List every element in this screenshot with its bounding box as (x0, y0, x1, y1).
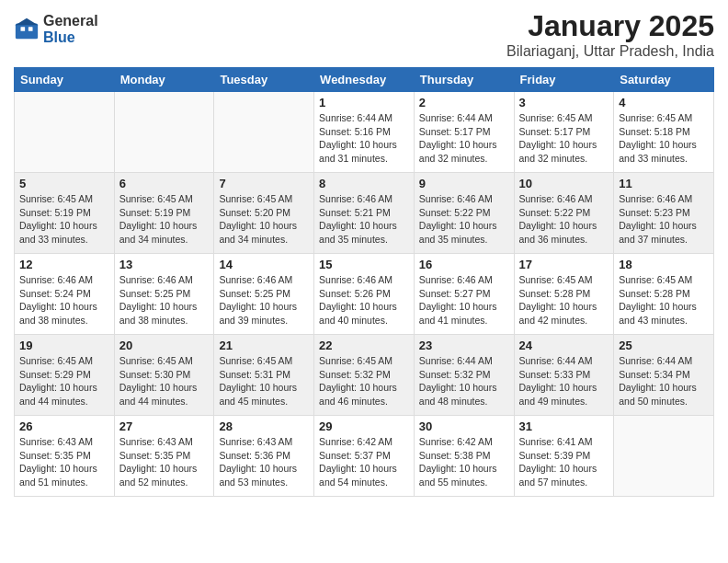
day-number: 20 (119, 339, 210, 352)
day-info: Sunrise: 6:44 AM Sunset: 5:34 PM Dayligh… (619, 354, 709, 408)
day-cell-26: 26Sunrise: 6:43 AM Sunset: 5:35 PM Dayli… (15, 416, 115, 497)
day-number: 6 (119, 177, 210, 190)
day-cell-30: 30Sunrise: 6:42 AM Sunset: 5:38 PM Dayli… (414, 416, 514, 497)
day-cell-12: 12Sunrise: 6:46 AM Sunset: 5:24 PM Dayli… (15, 254, 115, 335)
day-number: 26 (19, 419, 109, 433)
calendar-subtitle: Bilariaganj, Uttar Pradesh, India (506, 43, 714, 60)
day-info: Sunrise: 6:45 AM Sunset: 5:29 PM Dayligh… (19, 354, 109, 408)
day-cell-9: 9Sunrise: 6:46 AM Sunset: 5:22 PM Daylig… (414, 173, 514, 254)
header: General Blue January 2025 Bilariaganj, U… (14, 9, 714, 60)
day-cell-31: 31Sunrise: 6:41 AM Sunset: 5:39 PM Dayli… (514, 416, 614, 497)
day-cell-25: 25Sunrise: 6:44 AM Sunset: 5:34 PM Dayli… (614, 335, 714, 416)
day-info: Sunrise: 6:46 AM Sunset: 5:21 PM Dayligh… (319, 192, 409, 247)
day-cell-2: 2Sunrise: 6:44 AM Sunset: 5:17 PM Daylig… (414, 92, 514, 173)
day-number: 23 (419, 339, 509, 352)
day-cell-11: 11Sunrise: 6:46 AM Sunset: 5:23 PM Dayli… (614, 173, 714, 254)
day-number: 11 (619, 177, 709, 190)
day-number: 17 (519, 258, 609, 271)
day-number: 7 (219, 177, 309, 190)
logo: General Blue (14, 13, 98, 45)
day-cell-29: 29Sunrise: 6:42 AM Sunset: 5:37 PM Dayli… (314, 416, 415, 497)
day-number: 3 (519, 96, 609, 109)
empty-cell (214, 92, 314, 173)
weekday-header-tuesday: Tuesday (214, 68, 314, 92)
day-info: Sunrise: 6:46 AM Sunset: 5:23 PM Dayligh… (619, 192, 709, 247)
week-row-4: 19Sunrise: 6:45 AM Sunset: 5:29 PM Dayli… (15, 335, 714, 416)
day-cell-22: 22Sunrise: 6:45 AM Sunset: 5:32 PM Dayli… (314, 335, 415, 416)
day-info: Sunrise: 6:43 AM Sunset: 5:35 PM Dayligh… (119, 435, 210, 489)
day-number: 22 (319, 339, 409, 352)
calendar-title: January 2025 (506, 9, 714, 43)
svg-rect-0 (16, 23, 38, 39)
day-number: 19 (19, 339, 109, 352)
day-number: 5 (19, 177, 109, 190)
day-number: 29 (319, 419, 409, 433)
day-info: Sunrise: 6:45 AM Sunset: 5:18 PM Dayligh… (619, 111, 709, 166)
day-cell-16: 16Sunrise: 6:46 AM Sunset: 5:27 PM Dayli… (414, 254, 514, 335)
day-number: 16 (419, 258, 509, 271)
day-number: 12 (19, 258, 109, 271)
logo-general-text: General (43, 13, 98, 29)
day-info: Sunrise: 6:45 AM Sunset: 5:28 PM Dayligh… (519, 273, 609, 327)
day-info: Sunrise: 6:46 AM Sunset: 5:24 PM Dayligh… (19, 273, 109, 327)
day-info: Sunrise: 6:46 AM Sunset: 5:22 PM Dayligh… (519, 192, 609, 247)
day-cell-6: 6Sunrise: 6:45 AM Sunset: 5:19 PM Daylig… (114, 173, 214, 254)
svg-marker-1 (16, 17, 38, 24)
day-info: Sunrise: 6:44 AM Sunset: 5:32 PM Dayligh… (419, 354, 509, 408)
day-number: 24 (519, 339, 609, 352)
day-cell-8: 8Sunrise: 6:46 AM Sunset: 5:21 PM Daylig… (314, 173, 415, 254)
day-number: 4 (619, 96, 709, 109)
day-number: 31 (519, 419, 609, 433)
week-row-1: 1Sunrise: 6:44 AM Sunset: 5:16 PM Daylig… (15, 92, 714, 173)
week-row-5: 26Sunrise: 6:43 AM Sunset: 5:35 PM Dayli… (15, 416, 714, 497)
empty-cell (114, 92, 214, 173)
weekday-header-friday: Friday (514, 68, 614, 92)
day-cell-27: 27Sunrise: 6:43 AM Sunset: 5:35 PM Dayli… (114, 416, 214, 497)
day-info: Sunrise: 6:42 AM Sunset: 5:38 PM Dayligh… (419, 435, 509, 489)
day-info: Sunrise: 6:42 AM Sunset: 5:37 PM Dayligh… (319, 435, 409, 489)
day-info: Sunrise: 6:41 AM Sunset: 5:39 PM Dayligh… (519, 435, 609, 489)
day-number: 2 (419, 96, 509, 109)
day-cell-15: 15Sunrise: 6:46 AM Sunset: 5:26 PM Dayli… (314, 254, 415, 335)
empty-cell (15, 92, 115, 173)
day-info: Sunrise: 6:45 AM Sunset: 5:30 PM Dayligh… (119, 354, 210, 408)
day-number: 13 (119, 258, 210, 271)
day-cell-1: 1Sunrise: 6:44 AM Sunset: 5:16 PM Daylig… (314, 92, 415, 173)
day-number: 9 (419, 177, 509, 190)
day-cell-20: 20Sunrise: 6:45 AM Sunset: 5:30 PM Dayli… (114, 335, 214, 416)
day-number: 21 (219, 339, 309, 352)
week-row-3: 12Sunrise: 6:46 AM Sunset: 5:24 PM Dayli… (15, 254, 714, 335)
day-cell-18: 18Sunrise: 6:45 AM Sunset: 5:28 PM Dayli… (614, 254, 714, 335)
day-info: Sunrise: 6:45 AM Sunset: 5:17 PM Dayligh… (519, 111, 609, 166)
day-number: 27 (119, 419, 210, 433)
day-cell-21: 21Sunrise: 6:45 AM Sunset: 5:31 PM Dayli… (214, 335, 314, 416)
day-number: 8 (319, 177, 409, 190)
day-info: Sunrise: 6:45 AM Sunset: 5:19 PM Dayligh… (119, 192, 210, 247)
day-cell-13: 13Sunrise: 6:46 AM Sunset: 5:25 PM Dayli… (114, 254, 214, 335)
day-info: Sunrise: 6:43 AM Sunset: 5:35 PM Dayligh… (19, 435, 109, 489)
title-area: January 2025 Bilariaganj, Uttar Pradesh,… (506, 9, 714, 60)
day-cell-5: 5Sunrise: 6:45 AM Sunset: 5:19 PM Daylig… (15, 173, 115, 254)
day-info: Sunrise: 6:46 AM Sunset: 5:25 PM Dayligh… (219, 273, 309, 327)
logo-blue-text: Blue (43, 29, 98, 46)
day-info: Sunrise: 6:46 AM Sunset: 5:27 PM Dayligh… (419, 273, 509, 327)
day-info: Sunrise: 6:46 AM Sunset: 5:22 PM Dayligh… (419, 192, 509, 247)
day-info: Sunrise: 6:44 AM Sunset: 5:33 PM Dayligh… (519, 354, 609, 408)
weekday-header-thursday: Thursday (414, 68, 514, 92)
day-info: Sunrise: 6:45 AM Sunset: 5:31 PM Dayligh… (219, 354, 309, 408)
empty-cell (614, 416, 714, 497)
day-cell-4: 4Sunrise: 6:45 AM Sunset: 5:18 PM Daylig… (614, 92, 714, 173)
weekday-header-monday: Monday (114, 68, 214, 92)
day-info: Sunrise: 6:44 AM Sunset: 5:16 PM Dayligh… (319, 111, 409, 166)
weekday-header-row: SundayMondayTuesdayWednesdayThursdayFrid… (15, 68, 714, 92)
day-cell-24: 24Sunrise: 6:44 AM Sunset: 5:33 PM Dayli… (514, 335, 614, 416)
day-number: 18 (619, 258, 709, 271)
svg-rect-3 (28, 27, 33, 31)
svg-rect-2 (20, 27, 25, 31)
day-cell-10: 10Sunrise: 6:46 AM Sunset: 5:22 PM Dayli… (514, 173, 614, 254)
day-cell-28: 28Sunrise: 6:43 AM Sunset: 5:36 PM Dayli… (214, 416, 314, 497)
weekday-header-saturday: Saturday (614, 68, 714, 92)
day-number: 15 (319, 258, 409, 271)
day-number: 28 (219, 419, 309, 433)
day-info: Sunrise: 6:45 AM Sunset: 5:20 PM Dayligh… (219, 192, 309, 247)
